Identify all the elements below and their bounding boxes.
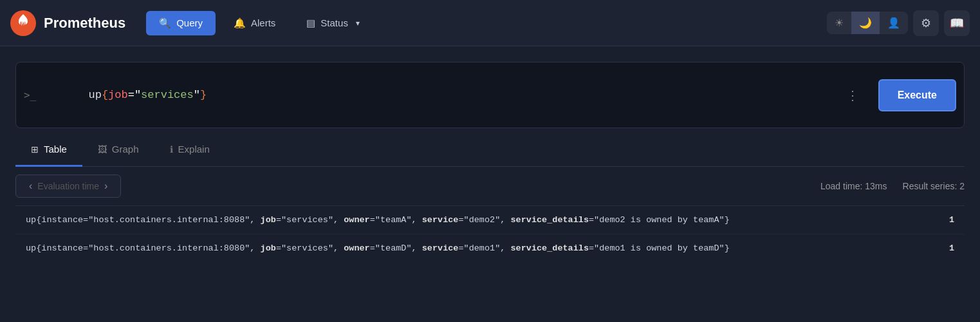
tabs-row: ⊞ Table 🖼 Graph ℹ Explain — [15, 133, 965, 167]
graph-icon: 🖼 — [98, 144, 107, 155]
sun-icon: ☀ — [835, 17, 844, 28]
nav-items: 🔍 Query 🔔 Alerts ▤ Status ▾ — [146, 11, 827, 35]
table-icon: ⊞ — [31, 144, 39, 155]
main-content: >_ up{job="services"} ⋮ Execute ⊞ Table … — [0, 46, 980, 262]
user-icon: 👤 — [887, 17, 900, 28]
query-icon: 🔍 — [159, 17, 171, 29]
nav-alerts-button[interactable]: 🔔 Alerts — [221, 11, 288, 35]
eval-time-label: Evaluation time — [37, 181, 99, 191]
settings-button[interactable]: ⚙ — [913, 10, 939, 36]
eval-prev-button[interactable]: ‹ — [26, 180, 35, 192]
nav-right: ☀ 🌙 👤 ⚙ 📖 — [827, 10, 970, 36]
table-row: up{instance="host.containers.internal:80… — [15, 206, 965, 234]
theme-light-button[interactable]: ☀ — [827, 12, 851, 34]
bell-icon: 🔔 — [234, 17, 246, 29]
query-prompt: >_ — [16, 89, 44, 101]
chevron-down-icon: ▾ — [356, 19, 360, 28]
result-value-2: 1 — [949, 243, 954, 253]
eval-time-picker[interactable]: ‹ Evaluation time › — [15, 175, 121, 198]
navbar: Prometheus 🔍 Query 🔔 Alerts ▤ Status ▾ ☀… — [0, 0, 980, 46]
tab-explain[interactable]: ℹ Explain — [154, 133, 225, 167]
nav-status-button[interactable]: ▤ Status ▾ — [293, 11, 373, 35]
eval-next-button[interactable]: › — [102, 180, 110, 192]
load-time-label: Load time: 13ms — [820, 181, 887, 191]
nav-query-button[interactable]: 🔍 Query — [146, 11, 216, 35]
eval-stats: Load time: 13ms Result series: 2 — [820, 181, 965, 191]
theme-dark-button[interactable]: 🌙 — [851, 12, 880, 34]
result-rows: up{instance="host.containers.internal:80… — [15, 205, 965, 262]
status-icon: ▤ — [306, 17, 315, 29]
prometheus-logo — [10, 10, 36, 36]
tab-table[interactable]: ⊞ Table — [15, 133, 82, 167]
gear-icon: ⚙ — [921, 16, 931, 30]
moon-icon: 🌙 — [859, 17, 872, 28]
result-metric-1: up{instance="host.containers.internal:80… — [26, 215, 934, 225]
execute-button[interactable]: Execute — [878, 79, 956, 111]
more-options-icon: ⋮ — [846, 88, 860, 102]
theme-user-button[interactable]: 👤 — [880, 12, 908, 34]
result-metric-2: up{instance="host.containers.internal:80… — [26, 243, 934, 253]
result-value-1: 1 — [949, 215, 954, 225]
brand-title: Prometheus — [44, 15, 125, 32]
result-series-label: Result series: 2 — [903, 181, 965, 191]
query-more-button[interactable]: ⋮ — [836, 88, 871, 103]
tab-graph[interactable]: 🖼 Graph — [82, 133, 154, 167]
docs-button[interactable]: 📖 — [944, 10, 970, 36]
book-icon: 📖 — [950, 16, 964, 30]
query-display: up{job="services"} — [44, 62, 835, 128]
eval-row: ‹ Evaluation time › Load time: 13ms Resu… — [15, 167, 965, 205]
brand: Prometheus — [10, 10, 125, 36]
info-icon: ℹ — [170, 144, 173, 155]
query-bar: >_ up{job="services"} ⋮ Execute — [15, 62, 965, 128]
theme-switcher: ☀ 🌙 👤 — [827, 12, 908, 34]
table-row: up{instance="host.containers.internal:80… — [15, 234, 965, 262]
